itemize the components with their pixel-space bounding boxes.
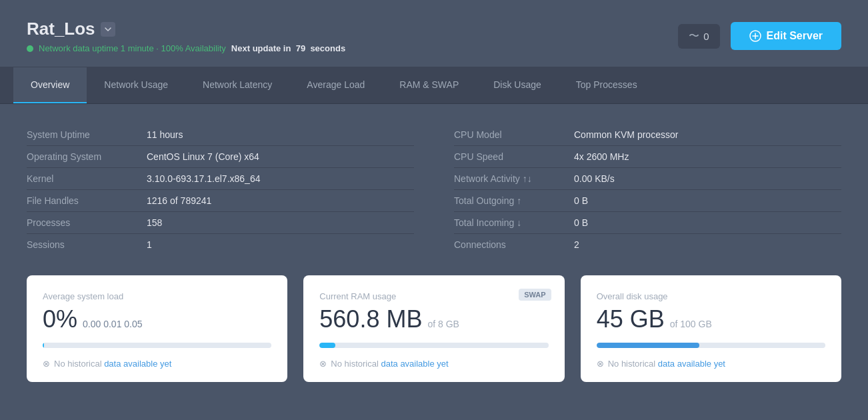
- no-history-text: No historical data available yet: [54, 359, 171, 369]
- uptime-text: Network data uptime 1 minute · 100% Avai…: [39, 43, 226, 53]
- card-2: Overall disk usage 45 GBof 100 GB ⊗ No h…: [581, 275, 841, 382]
- progress-bar: [597, 343, 825, 348]
- card-main-value: 560.8 MBof 8 GB: [319, 305, 548, 333]
- tabs-bar: Overview Network Usage Network Latency A…: [0, 67, 868, 104]
- card-of-value: of 8 GB: [427, 319, 459, 329]
- info-label: Kernel: [27, 173, 147, 184]
- info-row: Total Outgoing ↑0 B: [454, 190, 841, 212]
- card-title: Current RAM usage: [319, 291, 548, 301]
- info-section-left: System Uptime11 hoursOperating SystemCen…: [27, 124, 414, 255]
- info-label: CPU Model: [454, 129, 574, 140]
- next-update-seconds: 79: [296, 43, 305, 53]
- info-row: Operating SystemCentOS Linux 7 (Core) x6…: [27, 146, 414, 168]
- no-history-icon: ⊗: [319, 359, 327, 369]
- info-label: Connections: [454, 239, 574, 250]
- info-value: CentOS Linux 7 (Core) x64: [147, 151, 259, 162]
- info-label: System Uptime: [27, 129, 147, 140]
- card-title: Overall disk usage: [597, 291, 825, 301]
- info-row: Processes158: [27, 212, 414, 234]
- progress-fill: [597, 343, 700, 348]
- card-main-value: 0%0.00 0.01 0.05: [43, 305, 271, 333]
- info-value: 1216 of 789241: [147, 195, 211, 206]
- info-value: 11 hours: [147, 129, 183, 140]
- swap-badge: SWAP: [519, 289, 551, 301]
- info-row: Connections2: [454, 234, 841, 255]
- pulse-icon: 〜: [689, 29, 699, 43]
- info-label: Sessions: [27, 239, 147, 250]
- next-update: Next update in 79 seconds: [231, 43, 345, 53]
- tab-ram-swap[interactable]: RAM & SWAP: [382, 67, 476, 103]
- tab-average-load[interactable]: Average Load: [289, 67, 382, 103]
- info-row: System Uptime11 hours: [27, 124, 414, 146]
- no-history: ⊗ No historical data available yet: [43, 359, 271, 369]
- progress-bar: [43, 343, 271, 348]
- server-name-row: Rat_Los: [27, 19, 345, 39]
- next-update-unit: seconds: [310, 43, 345, 53]
- info-label: Operating System: [27, 151, 147, 162]
- info-row: Network Activity ↑↓0.00 KB/s: [454, 168, 841, 190]
- no-history-link[interactable]: data available yet: [104, 359, 171, 369]
- info-value: Common KVM processor: [574, 129, 678, 140]
- info-value: 158: [147, 217, 162, 228]
- no-history-icon: ⊗: [43, 359, 50, 369]
- card-main-value: 45 GBof 100 GB: [597, 305, 825, 333]
- server-name: Rat_Los: [27, 19, 95, 39]
- alerts-count: 0: [703, 31, 709, 42]
- tab-overview[interactable]: Overview: [13, 67, 87, 103]
- edit-server-button[interactable]: Edit Server: [731, 22, 841, 50]
- info-value: 2: [574, 239, 579, 250]
- no-history-text: No historical data available yet: [331, 359, 448, 369]
- main-content: System Uptime11 hoursOperating SystemCen…: [0, 104, 868, 402]
- info-label: CPU Speed: [454, 151, 574, 162]
- no-history-link[interactable]: data available yet: [658, 359, 725, 369]
- uptime-row: Network data uptime 1 minute · 100% Avai…: [27, 43, 345, 53]
- info-grid: System Uptime11 hoursOperating SystemCen…: [27, 124, 841, 255]
- info-value: 4x 2600 MHz: [574, 151, 629, 162]
- header: Rat_Los Network data uptime 1 minute · 1…: [0, 0, 868, 67]
- info-label: File Handles: [27, 195, 147, 206]
- tab-top-processes[interactable]: Top Processes: [559, 67, 655, 103]
- no-history-icon: ⊗: [597, 359, 604, 369]
- info-label: Processes: [27, 217, 147, 228]
- info-value: 3.10.0-693.17.1.el7.x86_64: [147, 173, 260, 184]
- card-value-number: 560.8 MB: [319, 305, 422, 333]
- next-update-label: Next update in: [231, 43, 291, 53]
- tab-network-usage[interactable]: Network Usage: [87, 67, 185, 103]
- info-row: Sessions1: [27, 234, 414, 255]
- tab-disk-usage[interactable]: Disk Usage: [476, 67, 559, 103]
- progress-bar: [319, 343, 548, 348]
- info-label: Total Outgoing ↑: [454, 195, 574, 206]
- card-1: SWAP Current RAM usage 560.8 MBof 8 GB ⊗…: [303, 275, 564, 382]
- tab-network-latency[interactable]: Network Latency: [185, 67, 289, 103]
- card-0: Average system load 0%0.00 0.01 0.05 ⊗ N…: [27, 275, 287, 382]
- no-history: ⊗ No historical data available yet: [319, 359, 548, 369]
- server-dropdown[interactable]: [101, 22, 115, 37]
- card-title: Average system load: [43, 291, 271, 301]
- info-value: 0 B: [574, 217, 588, 228]
- header-left: Rat_Los Network data uptime 1 minute · 1…: [27, 19, 345, 53]
- edit-server-label: Edit Server: [767, 30, 823, 42]
- card-sub-value: 0.00 0.01 0.05: [83, 319, 143, 329]
- cards-row: Average system load 0%0.00 0.01 0.05 ⊗ N…: [27, 275, 841, 382]
- progress-fill: [43, 343, 44, 348]
- info-value: 0 B: [574, 195, 588, 206]
- alert-badge[interactable]: 〜 0: [678, 24, 719, 49]
- info-section-right: CPU ModelCommon KVM processorCPU Speed4x…: [454, 124, 841, 255]
- info-row: Kernel3.10.0-693.17.1.el7.x86_64: [27, 168, 414, 190]
- info-value: 1: [147, 239, 152, 250]
- info-label: Network Activity ↑↓: [454, 173, 574, 184]
- info-row: CPU Speed4x 2600 MHz: [454, 146, 841, 168]
- info-value: 0.00 KB/s: [574, 173, 615, 184]
- info-row: Total Incoming ↓0 B: [454, 212, 841, 234]
- info-row: File Handles1216 of 789241: [27, 190, 414, 212]
- card-value-number: 0%: [43, 305, 77, 333]
- no-history: ⊗ No historical data available yet: [597, 359, 825, 369]
- info-label: Total Incoming ↓: [454, 217, 574, 228]
- no-history-link[interactable]: data available yet: [381, 359, 448, 369]
- card-of-value: of 100 GB: [670, 319, 712, 329]
- no-history-text: No historical data available yet: [608, 359, 725, 369]
- header-right: 〜 0 Edit Server: [678, 22, 841, 50]
- progress-fill: [319, 343, 335, 348]
- info-row: CPU ModelCommon KVM processor: [454, 124, 841, 146]
- status-dot: [27, 45, 33, 52]
